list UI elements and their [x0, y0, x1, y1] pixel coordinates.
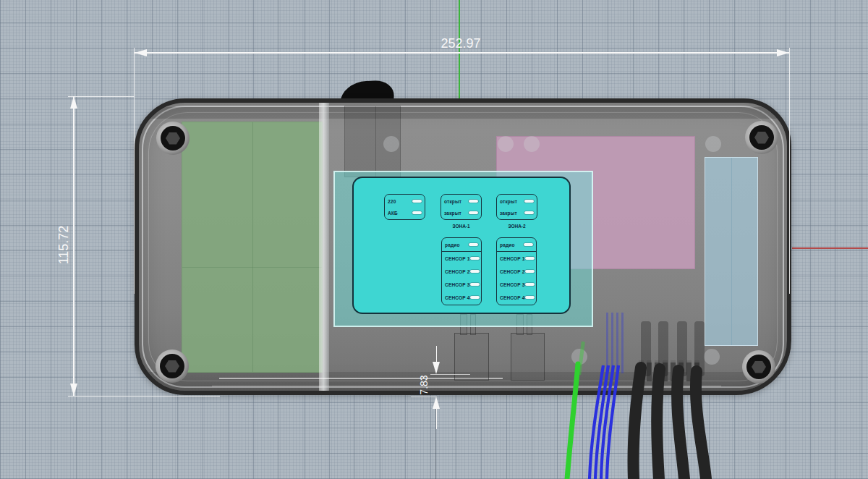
status-label: закрыт	[444, 211, 461, 216]
dim-arrow	[433, 397, 440, 409]
corner-screw-top-left[interactable]	[156, 122, 190, 155]
dim-extension	[68, 96, 135, 97]
dim-width-label[interactable]: 252.97	[423, 36, 498, 51]
wire-stub-blue	[616, 313, 618, 373]
dim-arrow	[777, 49, 789, 56]
dim-height-line	[73, 96, 75, 396]
terminal-connector[interactable]	[511, 333, 545, 381]
cable-stub-black	[677, 321, 687, 376]
cad-viewport[interactable]: 220 АКБ открыт закрыт открыт закрыт ЗОНА…	[0, 0, 868, 479]
zone2-label: ЗОНА-2	[496, 224, 537, 229]
screw-hex-socket	[752, 361, 766, 373]
status-label: открыт	[500, 199, 517, 204]
dim-arrow	[135, 49, 147, 56]
green-pcb[interactable]	[182, 122, 323, 373]
dim-arrow	[433, 362, 440, 374]
pin	[686, 360, 692, 381]
grid-x-axis	[792, 247, 868, 249]
bottom-lip-line2	[212, 386, 721, 386]
mounting-boss	[704, 349, 720, 365]
led-indicator	[412, 211, 422, 215]
screw-ring	[746, 355, 771, 379]
screw-hex-socket	[754, 132, 769, 144]
pcb-seam-horizontal	[182, 267, 322, 268]
status-label: закрыт	[500, 211, 517, 216]
zone1-label: ЗОНА-1	[441, 224, 482, 229]
led-indicator	[470, 296, 480, 300]
dim-arrow	[70, 96, 77, 109]
power-label: АКБ	[388, 211, 398, 216]
led-indicator	[412, 200, 422, 203]
heatsink-seam	[375, 106, 376, 177]
center-divider-strip[interactable]	[319, 103, 329, 395]
wire-stub-blue	[606, 313, 608, 373]
cover-seam	[731, 158, 732, 345]
sensor-label: СЕНСОР 1	[445, 256, 470, 261]
wire-stub-blue	[621, 313, 624, 373]
corner-screw-bottom-right[interactable]	[742, 350, 775, 383]
corner-screw-bottom-left[interactable]	[156, 349, 189, 383]
dim-height-label[interactable]: 115.72	[56, 208, 72, 283]
dim-extension	[789, 48, 790, 294]
dim-extension	[430, 374, 470, 375]
led-indicator	[470, 257, 480, 260]
sensor-label: СЕНСОР 3	[445, 282, 470, 287]
led-indicator	[470, 283, 480, 287]
zone1-sensor-box[interactable]: радио СЕНСОР 1 СЕНСОР 2 СЕНСОР 3 СЕНСОР …	[441, 237, 482, 305]
power-label: 220	[388, 199, 396, 204]
sensor-label: радио	[500, 242, 515, 247]
corner-screw-top-right[interactable]	[745, 121, 778, 154]
led-indicator	[525, 270, 535, 274]
screw-ring	[749, 125, 774, 150]
top-wall-shadow	[139, 107, 787, 119]
pcb-seam-vertical	[252, 122, 253, 372]
sensor-label: СЕНСОР 4	[500, 295, 525, 300]
screw-ring	[161, 126, 185, 151]
led-indicator	[469, 200, 478, 203]
dim-thickness-line2	[436, 409, 437, 429]
sensor-label: СЕНСОР 1	[500, 256, 525, 261]
mounting-boss	[524, 136, 540, 152]
led-indicator	[525, 296, 535, 300]
cable-stub-black	[641, 321, 651, 376]
sensor-label: СЕНСОР 2	[500, 269, 525, 274]
cable-stub-black	[694, 321, 705, 376]
led-indicator	[470, 270, 480, 274]
indicator-panel[interactable]: 220 АКБ открыт закрыт открыт закрыт ЗОНА…	[352, 177, 571, 314]
led-indicator	[469, 211, 478, 215]
led-indicator	[525, 283, 535, 287]
led-indicator	[469, 243, 478, 247]
zone1-status-box[interactable]: открыт закрыт	[441, 194, 482, 220]
status-label: открыт	[444, 199, 461, 204]
zone2-status-box[interactable]: открыт закрыт	[496, 194, 537, 220]
screw-hex-socket	[166, 132, 180, 145]
sensor-label: СЕНСОР 3	[500, 282, 525, 287]
mounting-boss	[383, 136, 399, 152]
led-indicator	[525, 257, 535, 260]
screw-ring	[160, 354, 184, 378]
dim-extension	[68, 396, 220, 397]
led-indicator	[524, 211, 534, 215]
mounting-boss	[498, 136, 514, 152]
dim-arrow	[70, 383, 77, 396]
led-indicator	[524, 200, 534, 203]
pin	[671, 360, 676, 381]
sensor-label: СЕНСОР 4	[445, 295, 470, 300]
zone2-sensor-box[interactable]: радио СЕНСОР 1 СЕНСОР 2 СЕНСОР 3 СЕНСОР …	[496, 237, 537, 305]
led-indicator	[524, 243, 533, 247]
screw-hex-socket	[165, 360, 179, 373]
dim-thickness-label[interactable]: 7.83	[418, 370, 430, 399]
power-indicator-box[interactable]: 220 АКБ	[384, 194, 425, 220]
blue-terminal-cover[interactable]	[705, 157, 758, 346]
dim-extension	[134, 48, 135, 294]
dim-width-line	[135, 52, 789, 54]
mounting-boss	[705, 136, 721, 152]
wire-stub-blue	[611, 313, 613, 373]
cable-stub-black	[658, 321, 668, 376]
sensor-label: СЕНСОР 2	[445, 269, 470, 274]
sensor-label: радио	[445, 242, 460, 247]
